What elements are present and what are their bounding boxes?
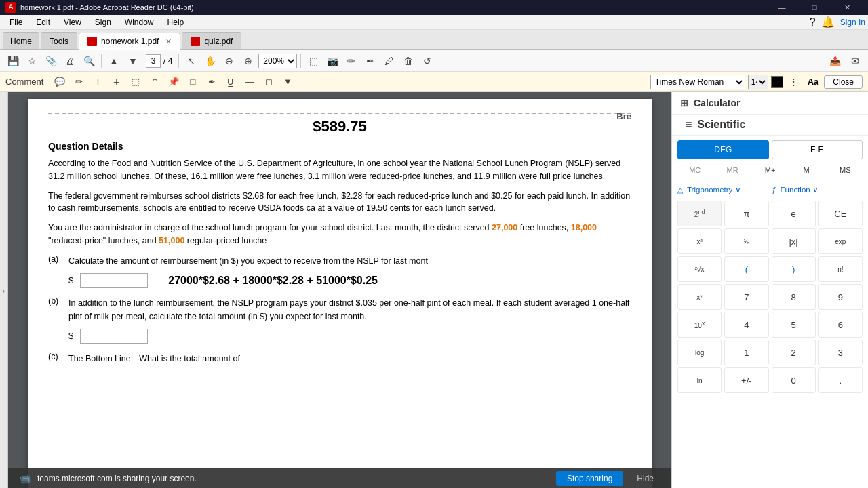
textbox-button[interactable]: ⬚ (127, 74, 144, 90)
bookmark-button[interactable]: ☆ (23, 52, 41, 70)
share-button[interactable]: 📤 (826, 52, 844, 70)
second-button[interactable]: 2nd (677, 201, 722, 226)
menu-file[interactable]: File (3, 16, 29, 28)
cursor-button[interactable]: ↖ (182, 52, 200, 70)
five-button[interactable]: 5 (772, 312, 816, 338)
more-options-button[interactable]: ⋮ (786, 74, 802, 90)
tab-home[interactable]: Home (3, 32, 39, 49)
function-button[interactable]: Function ∨ (779, 181, 863, 199)
underline-button[interactable]: U̲ (222, 74, 239, 90)
draw-button[interactable]: ✒ (361, 52, 379, 70)
bell-icon[interactable]: 🔔 (821, 16, 835, 28)
print-button[interactable]: 🖨 (61, 52, 79, 70)
fe-button[interactable]: F-E (772, 140, 863, 159)
ms-button[interactable]: MS (828, 161, 863, 179)
menu-window[interactable]: Window (118, 16, 161, 28)
six-button[interactable]: 6 (818, 312, 863, 338)
menu-sign[interactable]: Sign (88, 16, 118, 28)
tab-homework[interactable]: homework 1.pdf ✕ (79, 33, 180, 50)
trigonometry-button[interactable]: Trigonometry ∨ (686, 181, 769, 199)
close-paren-button[interactable]: ) (772, 256, 816, 282)
email-button[interactable]: ✉ (846, 52, 864, 70)
close-comment-button[interactable]: Close (824, 75, 863, 89)
box-button[interactable]: □ (184, 74, 201, 90)
left-panel-toggle[interactable]: › (0, 92, 8, 488)
tab-quiz[interactable]: quiz.pdf (182, 32, 241, 49)
caret-button[interactable]: ⌃ (146, 74, 163, 90)
font-select[interactable]: Times New Roman (650, 75, 745, 89)
negate-button[interactable]: +/- (724, 367, 768, 393)
three-button[interactable]: 3 (818, 340, 863, 365)
menu-help[interactable]: Help (161, 16, 191, 28)
zoom-in-button[interactable]: ⊕ (239, 52, 257, 70)
reciprocal-button[interactable]: ¹⁄ₓ (724, 228, 768, 254)
menu-edit[interactable]: Edit (29, 16, 57, 28)
deg-button[interactable]: DEG (677, 140, 769, 159)
eraser-button[interactable]: ◻ (260, 74, 277, 90)
line-button[interactable]: — (241, 74, 258, 90)
sign-in-button[interactable]: Sign In (840, 18, 865, 27)
touchup-button[interactable]: ✏ (342, 52, 360, 70)
prev-page-button[interactable]: ▲ (105, 52, 123, 70)
two-button[interactable]: 2 (772, 340, 816, 365)
pencil-button[interactable]: ✒ (203, 74, 220, 90)
maximize-button[interactable]: □ (799, 0, 830, 15)
speech-bubble-button[interactable]: 💬 (52, 74, 68, 90)
pi-button[interactable]: π (724, 201, 768, 226)
hide-notification-button[interactable]: Hide (630, 471, 660, 486)
power-button[interactable]: xʸ (677, 284, 722, 310)
zero-button[interactable]: 0 (772, 367, 816, 393)
four-button[interactable]: 4 (724, 312, 768, 338)
menu-view[interactable]: View (57, 16, 88, 28)
rotate-button[interactable]: ↺ (418, 52, 436, 70)
selection-button[interactable]: ⬚ (304, 52, 322, 70)
eight-button[interactable]: 8 (772, 284, 816, 310)
e-button[interactable]: e (772, 201, 816, 226)
stamp-button[interactable]: 🖊 (380, 52, 398, 70)
hand-button[interactable]: ✋ (201, 52, 219, 70)
minimize-button[interactable]: — (766, 0, 797, 15)
mminus-button[interactable]: M- (790, 161, 825, 179)
mplus-button[interactable]: M+ (753, 161, 787, 179)
fill-button[interactable]: ▼ (279, 74, 296, 90)
save-button[interactable]: 💾 (4, 52, 22, 70)
pin-button[interactable]: 📌 (165, 74, 182, 90)
ln-button[interactable]: ln (677, 367, 722, 393)
x-squared-button[interactable]: x² (677, 228, 722, 254)
page-number-input[interactable] (146, 54, 161, 68)
delete-button[interactable]: 🗑 (399, 52, 417, 70)
open-paren-button[interactable]: ( (724, 256, 768, 282)
seven-button[interactable]: 7 (724, 284, 768, 310)
answer-b-input[interactable] (80, 329, 148, 344)
zoom-out-button[interactable]: ⊖ (220, 52, 238, 70)
color-swatch[interactable] (771, 76, 783, 88)
attach-button[interactable]: 📎 (42, 52, 60, 70)
abs-button[interactable]: |x| (772, 228, 816, 254)
sqrt-button[interactable]: ²√x (677, 256, 722, 282)
font-size-dropdown[interactable]: 14 (748, 75, 768, 89)
help-icon[interactable]: ? (810, 16, 816, 28)
close-tab-icon[interactable]: ✕ (165, 37, 172, 46)
highlight-pen-button[interactable]: ✏ (71, 74, 87, 90)
tab-tools[interactable]: Tools (41, 32, 77, 49)
text-button[interactable]: T (90, 74, 106, 90)
stop-sharing-button[interactable]: Stop sharing (556, 471, 623, 486)
ten-power-button[interactable]: 10x (677, 312, 722, 338)
search-button[interactable]: 🔍 (80, 52, 98, 70)
snapshot-button[interactable]: 📷 (323, 52, 341, 70)
nine-button[interactable]: 9 (818, 284, 863, 310)
one-button[interactable]: 1 (724, 340, 768, 365)
factorial-button[interactable]: n! (818, 256, 863, 282)
strikethrough-button[interactable]: T̶ (108, 74, 125, 90)
mr-button[interactable]: MR (715, 161, 749, 179)
zoom-select[interactable]: 200% 150% 100% 75% (258, 54, 297, 68)
exp-button[interactable]: exp (818, 228, 863, 254)
log-button[interactable]: log (677, 340, 722, 365)
next-page-button[interactable]: ▼ (124, 52, 142, 70)
answer-a-input[interactable] (80, 273, 148, 288)
mc-button[interactable]: MC (677, 161, 712, 179)
calc-menu-icon[interactable]: ≡ (686, 119, 692, 131)
ce-button[interactable]: CE (818, 201, 863, 226)
decimal-button[interactable]: . (818, 367, 863, 393)
close-button[interactable]: ✕ (831, 0, 863, 15)
